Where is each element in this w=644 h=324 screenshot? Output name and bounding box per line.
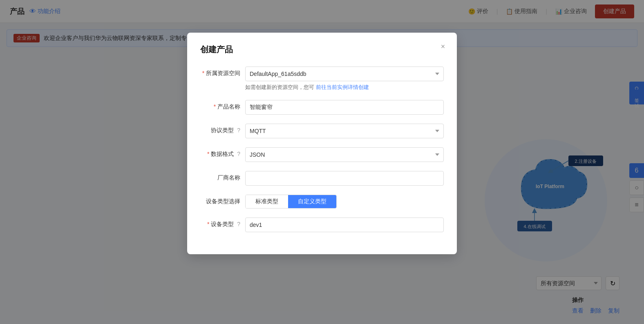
- device-type-control: [245, 217, 444, 232]
- modal-backdrop: × 创建产品 所属资源空间 DefaultApp_61a5sddb 如需创建新的…: [0, 0, 644, 324]
- form-row-data-format: 数据格式 ? JSON 二进制码流: [200, 147, 444, 162]
- resource-space-select[interactable]: DefaultApp_61a5sddb: [245, 67, 444, 81]
- device-type-input[interactable]: [245, 217, 444, 232]
- create-product-modal: × 创建产品 所属资源空间 DefaultApp_61a5sddb 如需创建新的…: [187, 33, 457, 254]
- resource-space-hint: 如需创建新的资源空间，您可 前往当前实例详情创建: [245, 84, 444, 91]
- form-row-protocol: 协议类型 ? MQTT CoAP HTTP MODBUS OPC-UA: [200, 124, 444, 138]
- data-format-select[interactable]: JSON 二进制码流: [245, 147, 444, 162]
- data-format-help-icon: ?: [237, 151, 240, 157]
- device-type-label: 设备类型 ?: [200, 217, 245, 228]
- product-name-label: 产品名称: [200, 100, 245, 111]
- manufacturer-control: [245, 171, 444, 186]
- form-row-manufacturer: 厂商名称: [200, 171, 444, 186]
- device-type-help-icon: ?: [237, 221, 240, 227]
- data-format-label: 数据格式 ?: [200, 147, 245, 158]
- device-type-toggle-group: 标准类型 自定义类型: [245, 195, 337, 209]
- resource-space-label: 所属资源空间: [200, 67, 245, 77]
- form-row-resource-space: 所属资源空间 DefaultApp_61a5sddb 如需创建新的资源空间，您可…: [200, 67, 444, 91]
- data-format-control: JSON 二进制码流: [245, 147, 444, 162]
- custom-type-button[interactable]: 自定义类型: [288, 195, 336, 208]
- modal-close-button[interactable]: ×: [437, 41, 449, 52]
- resource-space-control: DefaultApp_61a5sddb 如需创建新的资源空间，您可 前往当前实例…: [245, 67, 444, 91]
- product-name-control: [245, 100, 444, 115]
- manufacturer-label: 厂商名称: [200, 171, 245, 182]
- manufacturer-input[interactable]: [245, 171, 444, 186]
- protocol-control: MQTT CoAP HTTP MODBUS OPC-UA: [245, 124, 444, 138]
- device-type-choice-control: 标准类型 自定义类型: [245, 195, 444, 209]
- device-type-choice-label: 设备类型选择: [200, 195, 245, 205]
- protocol-help-icon: ?: [237, 127, 240, 133]
- form-row-device-type: 设备类型 ?: [200, 217, 444, 232]
- form-row-product-name: 产品名称: [200, 100, 444, 115]
- protocol-select[interactable]: MQTT CoAP HTTP MODBUS OPC-UA: [245, 124, 444, 138]
- resource-hint-link[interactable]: 前往当前实例详情创建: [316, 84, 369, 90]
- standard-type-button[interactable]: 标准类型: [246, 195, 288, 208]
- form-row-device-type-choice: 设备类型选择 标准类型 自定义类型: [200, 195, 444, 209]
- product-name-input[interactable]: [245, 100, 444, 115]
- protocol-label: 协议类型 ?: [200, 124, 245, 134]
- modal-title: 创建产品: [200, 44, 444, 55]
